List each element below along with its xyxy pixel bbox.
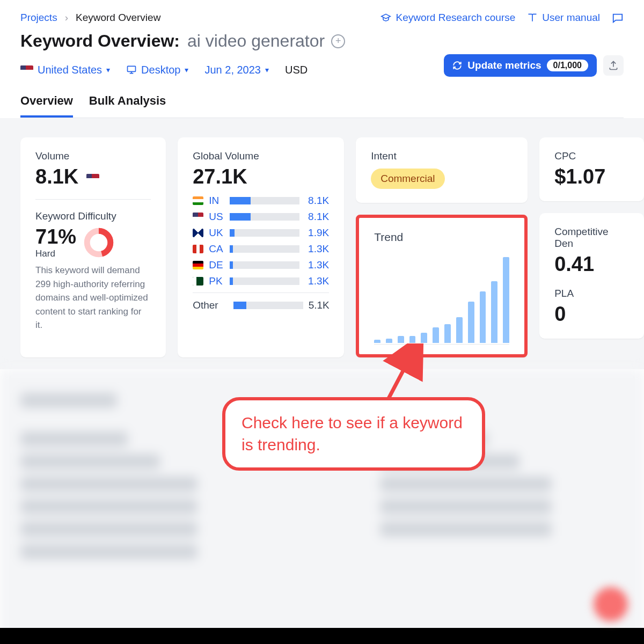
pla-value: 0	[554, 303, 629, 326]
breadcrumb: Projects › Keyword Overview	[20, 12, 345, 24]
country-row[interactable]: CA 1.3K	[193, 243, 329, 255]
country-filter-label: United States	[38, 64, 102, 76]
country-code: US	[209, 211, 224, 223]
country-volume: 1.3K	[305, 243, 329, 255]
country-row[interactable]: DE 1.3K	[193, 259, 329, 271]
cd-value: 0.41	[554, 253, 629, 276]
cpc-label: CPC	[554, 150, 629, 162]
de-flag-icon	[193, 261, 203, 269]
country-code: CA	[209, 243, 224, 255]
bar-fill	[230, 213, 251, 221]
device-filter-label: Desktop	[141, 64, 180, 76]
uk-flag-icon	[193, 229, 203, 237]
svg-rect-0	[128, 66, 136, 71]
volume-value: 8.1K	[35, 165, 151, 188]
chevron-down-icon: ▾	[265, 65, 269, 74]
country-row[interactable]: US 8.1K	[193, 211, 329, 223]
breadcrumb-current: Keyword Overview	[76, 12, 160, 24]
trend-bar	[468, 302, 474, 343]
course-link[interactable]: Keyword Research course	[380, 12, 515, 24]
us-flag-icon	[86, 174, 99, 182]
update-button-label: Update metrics	[467, 60, 541, 71]
tab-bulk-analysis[interactable]: Bulk Analysis	[89, 94, 166, 118]
trend-bar	[421, 333, 427, 343]
trend-label: Trend	[374, 231, 509, 244]
bar-fill	[230, 245, 233, 253]
kd-description: This keyword will demand 299 high-author…	[35, 264, 151, 332]
trend-bar	[374, 340, 380, 343]
country-row-other[interactable]: Other 5.1K	[193, 292, 329, 311]
us-flag-icon	[20, 65, 33, 74]
book-icon	[527, 12, 538, 23]
trend-bar	[409, 336, 416, 343]
device-filter[interactable]: Desktop ▾	[126, 64, 188, 76]
bar-fill	[230, 197, 251, 204]
trend-bar	[444, 324, 451, 343]
update-metrics-button[interactable]: Update metrics 0/1,000	[444, 54, 597, 77]
in-flag-icon	[193, 196, 203, 205]
country-filter[interactable]: United States ▾	[20, 64, 110, 76]
global-volume-label: Global Volume	[193, 150, 329, 162]
intent-value: Commercial	[371, 169, 444, 189]
intent-label: Intent	[371, 150, 513, 162]
currency-label: USD	[285, 64, 308, 76]
country-row[interactable]: PK 1.3K	[193, 275, 329, 287]
trend-card[interactable]: Trend	[356, 215, 528, 357]
trend-bar	[456, 317, 463, 343]
add-keyword-button[interactable]: +	[331, 34, 345, 48]
country-volume: 8.1K	[305, 195, 329, 207]
country-volume: 8.1K	[305, 211, 329, 223]
cd-label: Competitive Den	[554, 226, 629, 250]
us-flag-icon	[193, 213, 203, 221]
export-button[interactable]	[603, 55, 624, 76]
course-link-label: Keyword Research course	[396, 12, 515, 24]
tabs: Overview Bulk Analysis	[20, 94, 624, 118]
country-volume: 1.9K	[305, 227, 329, 239]
breadcrumb-root[interactable]: Projects	[20, 12, 57, 24]
bar-fill	[230, 277, 233, 285]
trend-bar	[386, 339, 392, 343]
manual-link-label: User manual	[542, 12, 600, 24]
chevron-down-icon: ▾	[106, 65, 110, 74]
kd-label: Keyword Difficulty	[35, 210, 151, 222]
country-code: DE	[209, 259, 224, 271]
feedback-icon[interactable]	[612, 12, 624, 24]
keyword-value: ai video generator	[187, 31, 325, 51]
trend-bar	[480, 291, 486, 343]
kd-value: 71%	[35, 225, 76, 248]
country-code: IN	[209, 195, 224, 207]
notification-dot-icon	[594, 587, 628, 621]
country-code: PK	[209, 275, 224, 287]
bottom-bar	[0, 628, 644, 644]
country-row[interactable]: UK 1.9K	[193, 227, 329, 239]
trend-bar	[433, 327, 439, 343]
graduation-cap-icon	[380, 12, 391, 23]
global-volume-value: 27.1K	[193, 165, 329, 188]
refresh-icon	[452, 61, 462, 70]
bar-fill	[230, 229, 235, 237]
pla-label: PLA	[554, 288, 629, 299]
date-filter[interactable]: Jun 2, 2023 ▾	[204, 64, 269, 76]
page-title: Keyword Overview:	[20, 31, 180, 51]
trend-bar	[503, 257, 509, 343]
bar-fill	[233, 302, 247, 309]
ca-flag-icon	[193, 245, 203, 253]
manual-link[interactable]: User manual	[527, 12, 600, 24]
country-volume: 5.1K	[309, 299, 330, 311]
chevron-down-icon: ▾	[185, 65, 188, 74]
tab-overview[interactable]: Overview	[20, 94, 73, 118]
country-volume: 1.3K	[305, 275, 329, 287]
cpc-value: $1.07	[554, 165, 629, 188]
chevron-right-icon: ›	[65, 12, 68, 24]
trend-chart	[374, 253, 509, 345]
kd-level: Hard	[35, 248, 76, 259]
annotation-callout: Check here to see if a keyword is trendi…	[222, 397, 485, 471]
desktop-icon	[126, 64, 137, 75]
country-volume: 1.3K	[305, 259, 329, 271]
country-code: Other	[193, 299, 218, 311]
trend-bar	[491, 281, 497, 343]
country-row[interactable]: IN 8.1K	[193, 195, 329, 207]
volume-label: Volume	[35, 150, 151, 162]
date-filter-label: Jun 2, 2023	[204, 64, 261, 76]
country-code: UK	[209, 227, 224, 239]
